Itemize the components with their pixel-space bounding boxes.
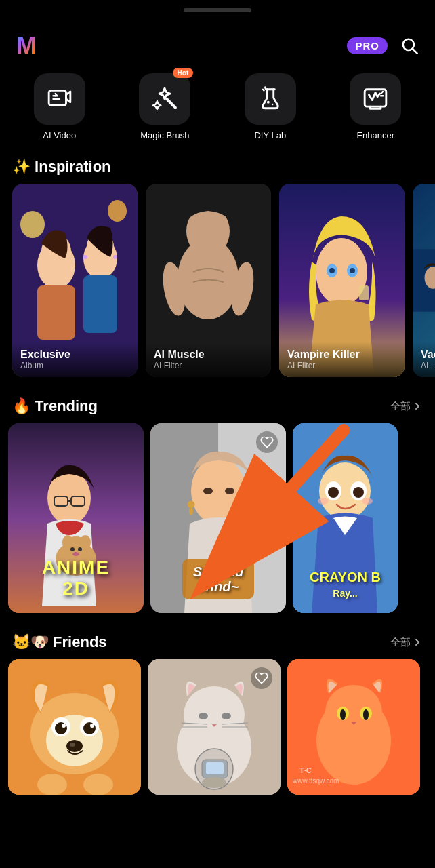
white-cat-heart-icon[interactable] [251, 667, 272, 689]
svg-point-58 [353, 487, 364, 498]
magic-brush-label: Magic Brush [140, 130, 189, 140]
svg-point-29 [329, 268, 335, 273]
exclusive-title: Exclusive [20, 349, 129, 361]
spirited-heart-icon[interactable] [256, 431, 278, 453]
tool-ai-video[interactable]: AI Video [34, 73, 85, 140]
ai-video-icon [47, 86, 72, 112]
svg-point-80 [222, 713, 231, 719]
anime2d-bg: ANIME2D [8, 423, 144, 613]
diy-lab-label: DIY Lab [254, 130, 286, 140]
svg-point-69 [83, 722, 96, 734]
magic-brush-icon [152, 86, 178, 112]
svg-point-60 [362, 498, 373, 505]
meitu-logo: M [14, 28, 47, 62]
spirited-bg: SpiritedWind~ [150, 423, 286, 613]
svg-point-11 [108, 200, 127, 222]
svg-point-94 [340, 709, 346, 720]
svg-point-18 [83, 255, 87, 259]
diy-lab-icon-wrap [245, 73, 296, 125]
muscle-title: AI Muscle [154, 349, 263, 361]
svg-point-91 [325, 685, 382, 739]
exclusive-subtitle: Album [20, 361, 129, 370]
svg-rect-16 [83, 275, 117, 333]
inspiration-card-muscle[interactable]: AI Muscle AI Filter [146, 184, 271, 377]
page-wrapper: M PRO [0, 0, 435, 808]
vac-subtitle: AI ... [421, 361, 435, 370]
ai-video-label: AI Video [43, 130, 76, 140]
svg-point-10 [20, 211, 45, 238]
svg-point-7 [272, 104, 274, 106]
chevron-right-icon [412, 401, 423, 412]
svg-point-79 [199, 713, 208, 719]
vampire-info: Vampire Killer AI Filter [279, 342, 405, 377]
status-bar [0, 0, 435, 20]
svg-text:www.ttsqw.com: www.ttsqw.com [292, 777, 339, 785]
friend-card-orange-cat[interactable]: T·C www.ttsqw.com [287, 659, 420, 795]
svg-line-4 [167, 99, 175, 108]
enhancer-icon [362, 86, 388, 112]
svg-point-44 [78, 547, 82, 551]
tools-row: AI Video Hot Magic Brush [0, 69, 435, 151]
trend-card-spirited[interactable]: SpiritedWind~ [150, 423, 286, 613]
svg-rect-13 [37, 285, 75, 340]
svg-point-57 [328, 487, 339, 498]
tool-magic-brush[interactable]: Hot Magic Brush [139, 73, 190, 140]
inspiration-row: Exclusive Album [0, 184, 435, 391]
diy-lab-icon [257, 86, 283, 112]
spirited-label: SpiritedWind~ [193, 564, 243, 594]
search-button[interactable] [397, 33, 421, 58]
trending-see-all[interactable]: 全部 [390, 400, 423, 413]
svg-rect-87 [206, 762, 224, 774]
heart-icon [260, 435, 274, 449]
svg-point-74 [37, 774, 67, 795]
anime2d-label: ANIME2D [42, 557, 110, 599]
spirited-label-wrap: SpiritedWind~ [182, 559, 254, 599]
svg-point-6 [267, 101, 270, 104]
tool-enhancer[interactable]: Enhancer [350, 73, 401, 140]
orange-cat-art: T·C www.ttsqw.com [287, 659, 420, 795]
svg-point-88 [202, 777, 226, 788]
svg-point-68 [55, 722, 67, 734]
vac-title: Vac... [421, 349, 435, 361]
header-right: PRO [347, 33, 421, 58]
inspiration-card-vampire[interactable]: Vampire Killer AI Filter [279, 184, 405, 377]
orange-cat-bg: T·C www.ttsqw.com [287, 659, 420, 795]
trending-grid: ANIME2D [0, 423, 435, 627]
enhancer-label: Enhancer [356, 130, 394, 140]
tool-diy-lab[interactable]: DIY Lab [245, 73, 296, 140]
muscle-info: AI Muscle AI Filter [146, 342, 271, 377]
friends-chevron-right-icon [412, 637, 423, 648]
enhancer-icon-wrap [350, 73, 401, 125]
svg-point-70 [62, 724, 66, 728]
svg-text:T·C: T·C [299, 766, 312, 774]
inspiration-section-header: ✨ Inspiration [0, 151, 435, 184]
svg-text:M: M [16, 32, 37, 60]
magic-brush-icon-wrap: Hot [139, 73, 190, 125]
trend-card-anime2d[interactable]: ANIME2D [8, 423, 144, 613]
svg-point-49 [203, 488, 213, 494]
svg-point-50 [225, 488, 234, 494]
svg-point-48 [191, 457, 245, 525]
inspiration-title: ✨ Inspiration [12, 158, 111, 176]
trend-card-crayon[interactable]: CRAYON BRay... [293, 423, 398, 613]
svg-line-2 [413, 49, 417, 53]
crayon-bg: CRAYON BRay... [293, 423, 398, 613]
friend-card-white-cat[interactable] [148, 659, 281, 795]
svg-rect-3 [49, 90, 66, 105]
svg-point-73 [70, 743, 75, 747]
pro-badge[interactable]: PRO [347, 37, 388, 54]
status-pill [184, 8, 251, 12]
svg-point-43 [70, 547, 75, 551]
corgi-bg [8, 659, 141, 795]
header: M PRO [0, 20, 435, 69]
trending-section-header: 🔥 Trending 全部 [0, 391, 435, 423]
search-icon [400, 36, 419, 55]
inspiration-card-exclusive[interactable]: Exclusive Album [12, 184, 138, 377]
friend-card-corgi[interactable] [8, 659, 141, 795]
svg-point-95 [363, 709, 369, 720]
hot-badge: Hot [173, 68, 194, 78]
inspiration-card-vac[interactable]: Vac... AI ... [413, 184, 435, 377]
friends-see-all[interactable]: 全部 [390, 636, 423, 649]
svg-point-30 [350, 268, 355, 273]
vampire-subtitle: AI Filter [287, 361, 396, 370]
